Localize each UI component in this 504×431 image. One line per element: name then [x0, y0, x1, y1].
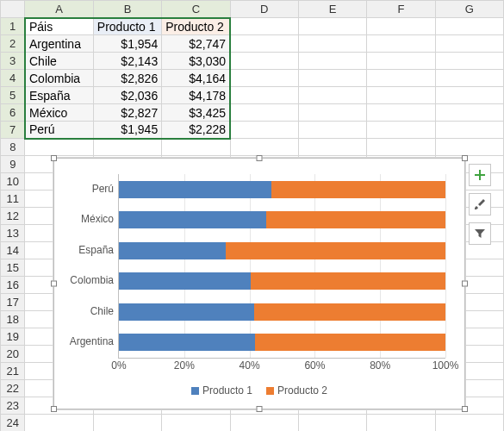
- col-header[interactable]: E: [298, 1, 366, 18]
- row-header[interactable]: 16: [1, 277, 25, 294]
- cell[interactable]: $3,030: [162, 53, 230, 70]
- cell[interactable]: [230, 35, 298, 53]
- cell[interactable]: [435, 104, 503, 122]
- col-header[interactable]: F: [367, 1, 435, 18]
- cell[interactable]: [25, 139, 93, 156]
- cell[interactable]: $2,036: [93, 87, 161, 104]
- cell[interactable]: [435, 415, 503, 432]
- cell[interactable]: [367, 87, 435, 104]
- row-header[interactable]: 8: [1, 139, 25, 156]
- row-header[interactable]: 13: [1, 225, 25, 242]
- chart-plot-area[interactable]: 0%20%40%60%80%100%PerúMéxicoEspañaColomb…: [118, 174, 445, 359]
- chart-styles-button[interactable]: [469, 193, 491, 216]
- row-header[interactable]: 22: [1, 380, 25, 397]
- cell[interactable]: $2,228: [162, 122, 230, 139]
- legend-item[interactable]: Producto 2: [266, 384, 327, 397]
- cell[interactable]: [435, 35, 503, 53]
- cell[interactable]: $2,143: [93, 53, 161, 70]
- row-header[interactable]: 4: [1, 70, 25, 87]
- cell[interactable]: Colombia: [25, 70, 93, 87]
- cell[interactable]: [230, 139, 298, 156]
- cell[interactable]: [435, 87, 503, 104]
- row-header[interactable]: 6: [1, 104, 25, 122]
- chart-bar[interactable]: México: [119, 211, 445, 228]
- col-header[interactable]: B: [93, 1, 161, 18]
- cell[interactable]: [25, 415, 93, 432]
- cell[interactable]: [435, 70, 503, 87]
- cell[interactable]: [367, 18, 435, 35]
- row-header[interactable]: 14: [1, 242, 25, 259]
- col-header[interactable]: D: [230, 1, 298, 18]
- col-header[interactable]: C: [162, 1, 230, 18]
- cell[interactable]: [162, 139, 230, 156]
- row-header[interactable]: 23: [1, 397, 25, 415]
- cell[interactable]: España: [25, 87, 93, 104]
- row-header[interactable]: 10: [1, 173, 25, 191]
- cell[interactable]: [435, 139, 503, 156]
- cell[interactable]: [230, 53, 298, 70]
- row-header[interactable]: 9: [1, 156, 25, 173]
- cell[interactable]: Chile: [25, 53, 93, 70]
- cell[interactable]: [367, 104, 435, 122]
- cell[interactable]: [298, 18, 366, 35]
- cell[interactable]: $1,954: [93, 35, 161, 53]
- cell[interactable]: [367, 139, 435, 156]
- cell[interactable]: [298, 35, 366, 53]
- cell[interactable]: $4,164: [162, 70, 230, 87]
- row-header[interactable]: 11: [1, 191, 25, 208]
- row-header[interactable]: 12: [1, 208, 25, 225]
- row-header[interactable]: 24: [1, 415, 25, 432]
- cell[interactable]: [298, 53, 366, 70]
- chart-bar[interactable]: Chile: [119, 303, 445, 321]
- col-header[interactable]: A: [25, 1, 93, 18]
- cell[interactable]: [162, 415, 230, 432]
- cell[interactable]: [367, 415, 435, 432]
- cell[interactable]: [298, 87, 366, 104]
- chart-legend[interactable]: Producto 1 Producto 2: [65, 384, 454, 397]
- cell[interactable]: [93, 415, 161, 432]
- row-header[interactable]: 20: [1, 346, 25, 363]
- cell[interactable]: Producto 2: [162, 18, 230, 35]
- cell[interactable]: [367, 53, 435, 70]
- cell[interactable]: [298, 415, 366, 432]
- row-header[interactable]: 7: [1, 122, 25, 139]
- cell[interactable]: [435, 18, 503, 35]
- chart-bar[interactable]: Perú: [119, 181, 445, 198]
- embedded-chart[interactable]: 0%20%40%60%80%100%PerúMéxicoEspañaColomb…: [53, 158, 465, 409]
- row-header[interactable]: 5: [1, 87, 25, 104]
- cell[interactable]: [230, 104, 298, 122]
- cell[interactable]: [230, 18, 298, 35]
- row-header[interactable]: 18: [1, 311, 25, 328]
- cell[interactable]: México: [25, 104, 93, 122]
- row-header[interactable]: 1: [1, 18, 25, 35]
- cell[interactable]: $3,425: [162, 104, 230, 122]
- cell[interactable]: [298, 122, 366, 139]
- select-all-corner[interactable]: [1, 1, 25, 18]
- cell[interactable]: [230, 122, 298, 139]
- cell[interactable]: $2,827: [93, 104, 161, 122]
- cell[interactable]: [230, 415, 298, 432]
- cell[interactable]: [230, 87, 298, 104]
- cell[interactable]: $1,945: [93, 122, 161, 139]
- cell[interactable]: [93, 139, 161, 156]
- col-header[interactable]: G: [435, 1, 503, 18]
- cell[interactable]: Perú: [25, 122, 93, 139]
- chart-bar[interactable]: España: [119, 242, 445, 259]
- cell[interactable]: [230, 70, 298, 87]
- cell[interactable]: $2,747: [162, 35, 230, 53]
- cell[interactable]: $4,178: [162, 87, 230, 104]
- cell[interactable]: [367, 35, 435, 53]
- legend-item[interactable]: Producto 1: [191, 384, 252, 397]
- chart-elements-button[interactable]: [469, 164, 491, 186]
- cell[interactable]: [435, 122, 503, 139]
- row-header[interactable]: 19: [1, 328, 25, 346]
- cell[interactable]: [298, 104, 366, 122]
- row-header[interactable]: 3: [1, 53, 25, 70]
- cell[interactable]: $2,826: [93, 70, 161, 87]
- cell[interactable]: Producto 1: [93, 18, 161, 35]
- cell[interactable]: [298, 70, 366, 87]
- chart-bar[interactable]: Argentina: [119, 334, 445, 351]
- cell[interactable]: [367, 70, 435, 87]
- chart-filters-button[interactable]: [469, 222, 491, 245]
- cell[interactable]: [367, 122, 435, 139]
